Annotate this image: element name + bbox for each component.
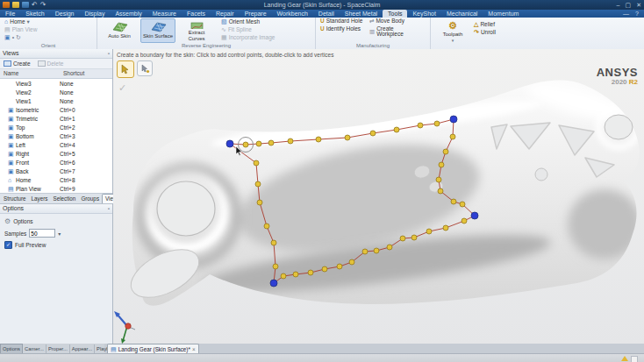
ribbon-tab-display[interactable]: Display [79, 10, 110, 18]
spline-control-point[interactable] [256, 141, 261, 146]
spline-control-point[interactable] [450, 134, 455, 139]
view-row-isometric[interactable]: ▣IsometricCtrl+0 [0, 105, 112, 114]
create-view-button[interactable]: Create [4, 60, 31, 67]
spline-vertex[interactable] [450, 116, 457, 123]
samples-input[interactable] [29, 229, 55, 238]
spline-control-point[interactable] [439, 162, 444, 167]
help-icon[interactable]: ? [635, 10, 639, 18]
spline-control-point[interactable] [362, 249, 368, 254]
spline-control-point[interactable] [345, 135, 350, 140]
spline-control-point[interactable] [273, 264, 278, 269]
panel-tab-selection[interactable]: Selection [50, 195, 78, 203]
spline-control-point[interactable] [443, 149, 448, 154]
spline-control-point[interactable] [400, 236, 405, 241]
orient-mesh-button[interactable]: ▧ Orient Mesh [221, 18, 275, 25]
footer-tab-proper[interactable]: Proper... [47, 344, 70, 353]
spline-control-point[interactable] [451, 199, 456, 204]
view-row-right[interactable]: ▣RightCtrl+5 [0, 149, 112, 158]
spline-control-point[interactable] [255, 181, 261, 187]
view-row-view3[interactable]: View3None [0, 79, 112, 88]
spline-control-point[interactable] [460, 202, 465, 207]
pin-icon[interactable]: ▪ [108, 49, 110, 58]
spline-control-point[interactable] [337, 264, 342, 269]
view-row-top[interactable]: ▣TopCtrl+2 [0, 123, 112, 131]
spline-vertex[interactable] [226, 140, 233, 147]
minimize-button[interactable]: – [617, 0, 620, 10]
spline-control-point[interactable] [271, 240, 276, 245]
spline-control-point[interactable] [322, 266, 327, 272]
panel-tab-structure[interactable]: Structure [1, 195, 29, 203]
spline-control-point[interactable] [436, 177, 441, 182]
spline-control-point[interactable] [308, 270, 313, 275]
spline-control-point[interactable] [374, 248, 379, 253]
add-control-points-tool[interactable] [117, 60, 134, 78]
spline-control-point[interactable] [438, 188, 443, 194]
ribbon-tab-keyshot[interactable]: KeyShot [407, 10, 440, 18]
ribbon-tab-assembly[interactable]: Assembly [110, 10, 147, 18]
view-row-view2[interactable]: View2None [0, 88, 112, 96]
auto-skin-button[interactable]: Auto Skin [102, 18, 137, 43]
ribbon-tab-file[interactable]: File [0, 10, 20, 18]
samples-dropdown-icon[interactable]: ▾ [58, 231, 61, 237]
incorporate-image-button[interactable]: ▦ Incorporate Image [221, 34, 275, 41]
spline-control-point[interactable] [394, 127, 399, 132]
spline-control-point[interactable] [426, 229, 432, 234]
identify-holes-button[interactable]: U Identify Holes [320, 26, 366, 32]
skin-surface-button[interactable]: Skin Surface [140, 18, 175, 43]
home-view-button[interactable]: ⌂ Home ▾ [4, 18, 37, 25]
spline-control-point[interactable] [462, 218, 467, 224]
ribbon-tab-detail[interactable]: Detail [313, 10, 340, 18]
spline-control-point[interactable] [411, 235, 417, 240]
tray-close-icon[interactable] [631, 356, 638, 362]
ribbon-tab-measure[interactable]: Measure [147, 10, 182, 18]
ribbon-tab-sheet-metal[interactable]: Sheet Metal [340, 10, 383, 18]
modeling-canvas[interactable]: Create a boundary for the skin: Click to… [113, 49, 644, 344]
options-pin-icon[interactable]: ▪ [108, 204, 110, 213]
spline-control-point[interactable] [443, 225, 448, 231]
panel-tab-groups[interactable]: Groups [78, 195, 102, 203]
spline-control-point[interactable] [418, 123, 423, 128]
relief-button[interactable]: △ Relief [474, 21, 496, 28]
unroll-button[interactable]: ↷ Unroll [474, 29, 496, 36]
ribbon-tab-repair[interactable]: Repair [211, 10, 240, 18]
view-row-view1[interactable]: View1None [0, 96, 112, 105]
footer-tab-camer[interactable]: Camer... [23, 344, 47, 353]
spline-control-point[interactable] [281, 273, 286, 279]
spline-control-point[interactable] [349, 259, 354, 265]
complete-checkmark-icon[interactable]: ✓ [118, 82, 126, 94]
document-tab[interactable]: ▤ Landing Gear (Skin Surface)* × [107, 344, 199, 353]
view-row-front[interactable]: ▣FrontCtrl+6 [0, 158, 112, 167]
minimize-ribbon-icon[interactable]: — [623, 10, 629, 18]
move-body-button[interactable]: ⇄ Move Body [369, 18, 415, 25]
create-workpiece-button[interactable]: ▥ Create Workpiece [369, 26, 415, 38]
spline-control-point[interactable] [434, 121, 440, 126]
toolpath-button[interactable]: ⚙ Toolpath ▾ [435, 18, 470, 43]
ribbon-tab-tools[interactable]: Tools [383, 10, 407, 18]
add-vertices-tool[interactable] [137, 60, 153, 76]
full-preview-checkbox[interactable]: ✓ [4, 241, 12, 249]
spline-control-point[interactable] [387, 245, 392, 250]
extract-curves-button[interactable]: Extract Curves [179, 18, 214, 43]
panel-tab-layers[interactable]: Layers [29, 195, 51, 203]
plan-view-button[interactable]: ▤ Plan View [4, 26, 37, 33]
spline-vertex[interactable] [471, 212, 478, 219]
fit-spline-button[interactable]: ∿ Fit Spline [221, 26, 275, 33]
document-close-icon[interactable]: × [192, 345, 196, 353]
dot-icon[interactable]: • [12, 34, 14, 41]
view-row-trimetric[interactable]: ▣TrimetricCtrl+1 [0, 114, 112, 123]
ribbon-tab-design[interactable]: Design [50, 10, 80, 18]
spline-control-point[interactable] [288, 138, 293, 144]
ribbon-tab-workbench[interactable]: Workbench [272, 10, 313, 18]
cube-view-icon[interactable]: ▣ [4, 34, 11, 41]
view-row-home[interactable]: ⌂HomeCtrl+8 [0, 175, 112, 184]
ribbon-tab-mechanical[interactable]: Mechanical [441, 10, 483, 18]
spline-control-point[interactable] [254, 160, 259, 166]
delete-view-button[interactable]: Delete [38, 60, 64, 67]
ribbon-tab-sketch[interactable]: Sketch [20, 10, 49, 18]
view-row-back[interactable]: ▣BackCtrl+7 [0, 167, 112, 175]
ribbon-tab-facets[interactable]: Facets [182, 10, 211, 18]
view-row-left[interactable]: ▣LeftCtrl+4 [0, 140, 112, 149]
spline-control-point[interactable] [268, 140, 274, 146]
close-button[interactable]: ✕ [636, 0, 641, 10]
spline-control-point[interactable] [243, 142, 248, 147]
